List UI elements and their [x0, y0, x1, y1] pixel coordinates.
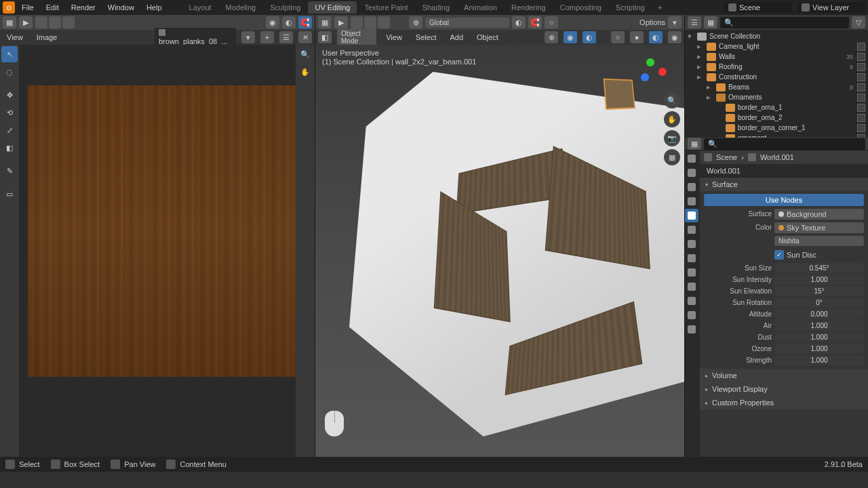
workspace-tab[interactable]: Compositing: [553, 1, 608, 14]
view-layer-tab[interactable]: [685, 180, 698, 194]
workspace-tab[interactable]: Animation: [457, 1, 504, 14]
menu-help[interactable]: Help: [141, 1, 167, 14]
property-value-input[interactable]: 1.000: [774, 332, 864, 342]
pan-viewport-button[interactable]: ✋: [664, 111, 680, 127]
uv-mode-icon[interactable]: [49, 16, 61, 28]
property-value-input[interactable]: 1.000: [774, 274, 864, 285]
world-tab[interactable]: [685, 209, 698, 222]
select-tool[interactable]: ◌: [1, 64, 18, 80]
zoom-tool[interactable]: 🔍: [297, 46, 313, 62]
y-axis-icon[interactable]: [646, 58, 654, 66]
outliner-tree[interactable]: ▾ Scene Collection ▸Camera_light▸Walls35…: [685, 30, 868, 138]
cursor-tool[interactable]: ↖: [1, 46, 18, 62]
material-tab[interactable]: [685, 308, 698, 322]
uv-view-menu[interactable]: View: [3, 31, 27, 43]
play-button[interactable]: ▶: [334, 16, 348, 28]
workspace-tab[interactable]: Modeling: [219, 1, 263, 14]
texture-tab[interactable]: [685, 323, 698, 336]
shading-solid[interactable]: ●: [630, 31, 644, 43]
mode-icon[interactable]: ◧: [318, 31, 332, 43]
workspace-tab[interactable]: Scripting: [609, 1, 652, 14]
perspective-toggle-button[interactable]: ▦: [664, 149, 680, 165]
editor-type-dropdown[interactable]: ▦: [318, 16, 332, 28]
unlink-image-button[interactable]: ✕: [298, 31, 312, 43]
shading-material[interactable]: ◐: [649, 31, 663, 43]
menu-file[interactable]: File: [16, 1, 39, 14]
scale-tool[interactable]: ⤢: [1, 122, 18, 138]
navigation-gizmo[interactable]: [637, 54, 671, 88]
rip-tool[interactable]: ▭: [1, 186, 18, 202]
workspace-tab[interactable]: UV Editing: [308, 1, 357, 14]
select-menu[interactable]: Select: [412, 31, 441, 43]
gizmo-dropdown[interactable]: ▾: [668, 16, 682, 28]
visibility-checkbox[interactable]: [857, 94, 865, 102]
uv-image-menu[interactable]: Image: [33, 31, 62, 43]
uv-mode-icon[interactable]: [35, 16, 47, 28]
render-tab[interactable]: [685, 152, 698, 165]
sun-disc-checkbox[interactable]: ✓: [774, 250, 784, 260]
tree-row[interactable]: ▸Roofing8: [685, 62, 868, 72]
uv-canvas[interactable]: [19, 45, 296, 457]
mode-selector[interactable]: Object Mode: [337, 28, 376, 46]
world-datablock-selector[interactable]: World.001: [700, 164, 868, 178]
data-tab[interactable]: [685, 294, 698, 308]
shading-wireframe[interactable]: ○: [611, 31, 625, 43]
tree-row[interactable]: border_orna_2: [685, 113, 868, 123]
workspace-tab[interactable]: Rendering: [505, 1, 553, 14]
annotate-tool[interactable]: ✎: [1, 163, 18, 179]
visibility-checkbox[interactable]: [857, 114, 865, 122]
snap-toggle[interactable]: 🧲: [528, 16, 542, 28]
tree-row[interactable]: ▸Walls35: [685, 52, 868, 62]
add-menu[interactable]: Add: [446, 31, 467, 43]
menu-window[interactable]: Window: [102, 1, 140, 14]
object-tab[interactable]: [685, 223, 698, 237]
visibility-checkbox[interactable]: [857, 104, 865, 112]
menu-edit[interactable]: Edit: [41, 1, 64, 14]
color-input-dropdown[interactable]: Sky Texture: [774, 222, 864, 233]
view-menu[interactable]: View: [382, 31, 406, 43]
image-name-field[interactable]: brown_planks_08_...: [155, 28, 236, 47]
snap-button[interactable]: 🧲: [298, 16, 312, 28]
orientation-value[interactable]: Global: [425, 18, 509, 28]
editor-type-dropdown[interactable]: ▦: [3, 16, 16, 28]
tree-row[interactable]: ▸Construction: [685, 72, 868, 82]
property-value-input[interactable]: 1.000: [774, 344, 864, 354]
view-layer-selector[interactable]: View Layer: [797, 2, 865, 13]
surface-section-header[interactable]: ▾Surface: [700, 178, 868, 191]
workspace-tab[interactable]: Sculpting: [263, 1, 307, 14]
outliner-search-input[interactable]: 🔍: [720, 17, 849, 28]
menu-render[interactable]: Render: [66, 1, 101, 14]
outliner-new-button[interactable]: ▦: [688, 138, 701, 150]
tree-row[interactable]: ▸Ornaments: [685, 92, 868, 102]
visibility-checkbox[interactable]: [857, 73, 865, 81]
overlays-toggle[interactable]: ◉: [564, 31, 577, 43]
custom-properties-section-header[interactable]: ▸Custom Properties: [700, 396, 868, 409]
open-image-button[interactable]: ☰: [279, 31, 293, 43]
tree-root[interactable]: ▾ Scene Collection: [685, 31, 868, 41]
scene-selector[interactable]: Scene: [724, 2, 792, 13]
select-mode-icon[interactable]: [364, 16, 376, 28]
new-image-button[interactable]: +: [260, 31, 274, 43]
property-value-input[interactable]: 1.000: [774, 321, 864, 331]
uv-mode-icon[interactable]: [62, 16, 75, 28]
transform-tool[interactable]: ◧: [1, 140, 18, 156]
property-value-input[interactable]: 15°: [774, 286, 864, 296]
x-axis-icon[interactable]: [658, 68, 667, 76]
outliner-display-mode[interactable]: ▦: [704, 16, 717, 28]
property-value-input[interactable]: 0.545°: [774, 263, 864, 273]
tree-row[interactable]: border_orna_1: [685, 102, 868, 113]
constraints-tab[interactable]: [685, 280, 698, 293]
tree-row[interactable]: ▸Camera_light: [685, 41, 868, 52]
visibility-checkbox[interactable]: [857, 53, 865, 61]
volume-section-header[interactable]: ▸Volume: [700, 369, 868, 382]
tree-row[interactable]: border_orna_corner_1: [685, 123, 868, 133]
proportional-edit-toggle[interactable]: ○: [545, 16, 558, 28]
visibility-checkbox[interactable]: [857, 124, 865, 132]
particles-tab[interactable]: [685, 251, 698, 265]
camera-view-button[interactable]: 📷: [664, 130, 680, 146]
tree-row[interactable]: ▸Beams8: [685, 82, 868, 92]
outliner-search-bottom[interactable]: 🔍: [704, 138, 865, 150]
visibility-checkbox[interactable]: [857, 63, 865, 71]
pan-tool[interactable]: ✋: [297, 64, 313, 80]
rotate-tool[interactable]: ⟲: [1, 104, 18, 121]
